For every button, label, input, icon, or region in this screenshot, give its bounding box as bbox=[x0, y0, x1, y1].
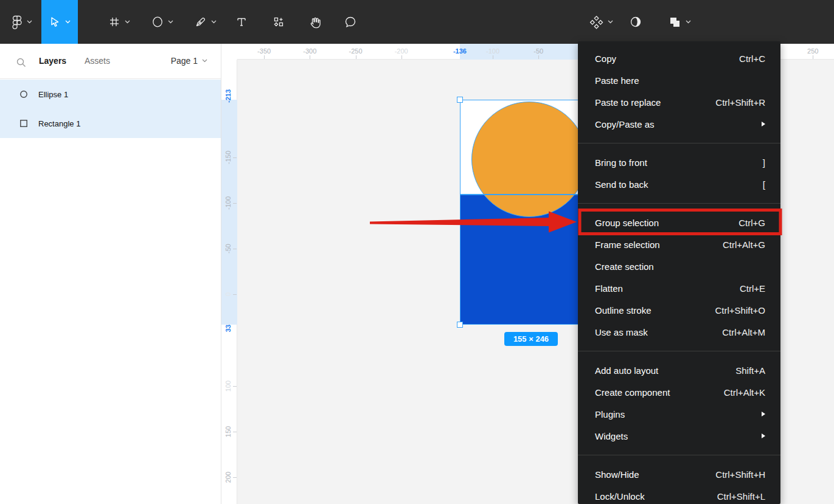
chevron-down-icon bbox=[125, 20, 130, 24]
menu-item-shortcut: Ctrl+Alt+M bbox=[722, 327, 765, 337]
menu-item-bring-to-front[interactable]: Bring to front] bbox=[578, 151, 780, 173]
menu-item-label: Use as mask bbox=[595, 327, 648, 337]
ruler-corner bbox=[221, 44, 237, 60]
menu-item-label: Copy bbox=[595, 54, 616, 64]
layers-panel: Layers Assets Page 1 Ellipse 1Rectangle … bbox=[0, 44, 221, 504]
ruler-label: -100 bbox=[224, 196, 232, 210]
boolean-union-button[interactable] bbox=[661, 0, 698, 44]
chevron-down-icon bbox=[686, 20, 691, 24]
move-tool-button[interactable] bbox=[41, 0, 78, 44]
hand-tool-button[interactable] bbox=[302, 0, 327, 44]
layer-name: Ellipse 1 bbox=[38, 90, 68, 99]
ruler-label: -213 bbox=[224, 89, 232, 103]
search-icon[interactable] bbox=[16, 57, 27, 68]
ruler-tick bbox=[233, 157, 237, 158]
main-menu-button[interactable] bbox=[6, 0, 38, 44]
comment-tool-button[interactable] bbox=[338, 0, 363, 44]
menu-separator bbox=[578, 143, 780, 143]
use-as-mask-button[interactable] bbox=[624, 0, 648, 44]
menu-item-paste-to-replace[interactable]: Paste to replaceCtrl+Shift+R bbox=[578, 91, 780, 113]
menu-item-add-auto-layout[interactable]: Add auto layoutShift+A bbox=[578, 359, 780, 381]
ruler-label: -200 bbox=[395, 47, 408, 55]
menu-item-show-hide[interactable]: Show/HideCtrl+Shift+H bbox=[578, 463, 780, 485]
menu-item-label: Widgets bbox=[595, 431, 628, 441]
selection-handle-top-left[interactable] bbox=[457, 97, 463, 103]
ruler-tick bbox=[233, 432, 237, 432]
menu-item-shortcut: Ctrl+Shift+L bbox=[717, 491, 765, 502]
menu-item-label: Bring to front bbox=[595, 157, 647, 168]
menu-item-label: Lock/Unlock bbox=[595, 491, 645, 502]
tab-layers[interactable]: Layers bbox=[39, 56, 66, 66]
move-cursor-icon bbox=[49, 16, 61, 28]
component-diamonds-icon bbox=[589, 15, 603, 29]
menu-item-shortcut: Ctrl+Alt+K bbox=[724, 387, 765, 398]
ruler-label: 150 bbox=[224, 426, 232, 437]
figma-logo-icon bbox=[12, 15, 23, 30]
menu-item-label: Flatten bbox=[595, 283, 623, 294]
menu-separator bbox=[578, 203, 780, 204]
comment-bubble-icon bbox=[344, 16, 357, 29]
frame-tool-button[interactable] bbox=[101, 0, 137, 44]
menu-item-copy[interactable]: CopyCtrl+C bbox=[578, 47, 780, 69]
mask-icon bbox=[629, 15, 642, 29]
ruler-label: 33 bbox=[224, 325, 232, 332]
menu-item-shortcut: Shift+A bbox=[735, 365, 765, 376]
ruler-label: -300 bbox=[303, 47, 316, 55]
hand-icon bbox=[308, 16, 321, 29]
layers-panel-header: Layers Assets Page 1 bbox=[0, 44, 221, 79]
selection-handle-bottom-left[interactable] bbox=[457, 322, 463, 328]
menu-item-create-component[interactable]: Create componentCtrl+Alt+K bbox=[578, 381, 780, 403]
chevron-down-icon bbox=[27, 20, 32, 24]
menu-item-send-to-back[interactable]: Send to back[ bbox=[578, 173, 780, 195]
menu-item-label: Create component bbox=[595, 387, 670, 398]
layer-list: Ellipse 1Rectangle 1 bbox=[0, 80, 221, 138]
menu-item-shortcut: Ctrl+E bbox=[740, 283, 765, 294]
ruler-label: -350 bbox=[257, 47, 271, 55]
menu-item-flatten[interactable]: FlattenCtrl+E bbox=[578, 277, 780, 299]
tab-assets[interactable]: Assets bbox=[85, 56, 110, 66]
chevron-down-icon bbox=[608, 20, 613, 24]
context-menu: CopyCtrl+CPaste herePaste to replaceCtrl… bbox=[578, 41, 780, 504]
menu-item-plugins[interactable]: Plugins bbox=[578, 403, 780, 425]
ruler-tick bbox=[233, 294, 237, 295]
menu-item-copy-paste-as[interactable]: Copy/Paste as bbox=[578, 113, 780, 135]
shape-tool-button[interactable] bbox=[144, 0, 181, 44]
ellipse-icon bbox=[19, 90, 28, 98]
ruler-label: 200 bbox=[224, 472, 232, 483]
page-selector[interactable]: Page 1 bbox=[171, 56, 207, 66]
ruler-label: 100 bbox=[224, 380, 232, 391]
layer-row-ellipse-1[interactable]: Ellipse 1 bbox=[0, 80, 221, 109]
menu-item-use-as-mask[interactable]: Use as maskCtrl+Alt+M bbox=[578, 321, 780, 343]
menu-item-widgets[interactable]: Widgets bbox=[578, 425, 780, 447]
text-tool-button[interactable] bbox=[229, 0, 254, 44]
ruler-tick bbox=[233, 249, 237, 249]
layer-row-rectangle-1[interactable]: Rectangle 1 bbox=[0, 109, 221, 138]
pen-tool-button[interactable] bbox=[187, 0, 224, 44]
ruler-tick bbox=[538, 55, 539, 59]
menu-item-create-section[interactable]: Create section bbox=[578, 255, 780, 277]
menu-item-shortcut: Ctrl+Shift+O bbox=[715, 305, 765, 316]
layer-name: Rectangle 1 bbox=[38, 119, 80, 128]
ruler-tick bbox=[401, 55, 402, 59]
ruler-selection-band-vertical bbox=[221, 100, 237, 325]
text-icon bbox=[235, 16, 248, 28]
ruler-tick bbox=[493, 55, 493, 59]
rectangle-icon bbox=[19, 119, 28, 128]
menu-item-outline-stroke[interactable]: Outline strokeCtrl+Shift+O bbox=[578, 299, 780, 321]
ruler-label: -150 bbox=[224, 151, 232, 164]
pen-icon bbox=[195, 16, 207, 28]
menu-item-label: Group selection bbox=[595, 218, 659, 228]
menu-item-shortcut: Ctrl+Shift+H bbox=[715, 469, 765, 480]
menu-item-label: Outline stroke bbox=[595, 305, 652, 316]
actions-icon bbox=[273, 16, 285, 28]
menu-item-shortcut: ] bbox=[763, 157, 765, 168]
menu-item-shortcut: Ctrl+G bbox=[738, 218, 765, 228]
selection-size-badge: 155 × 246 bbox=[504, 332, 558, 346]
menu-item-paste-here[interactable]: Paste here bbox=[578, 69, 780, 91]
create-component-button[interactable] bbox=[583, 0, 619, 44]
menu-item-lock-unlock[interactable]: Lock/UnlockCtrl+Shift+L bbox=[578, 485, 780, 504]
menu-item-frame-selection[interactable]: Frame selectionCtrl+Alt+G bbox=[578, 233, 780, 255]
menu-item-group-selection[interactable]: Group selectionCtrl+G bbox=[578, 212, 780, 233]
menu-item-shortcut: Ctrl+C bbox=[739, 54, 765, 64]
actions-tool-button[interactable] bbox=[266, 0, 291, 44]
